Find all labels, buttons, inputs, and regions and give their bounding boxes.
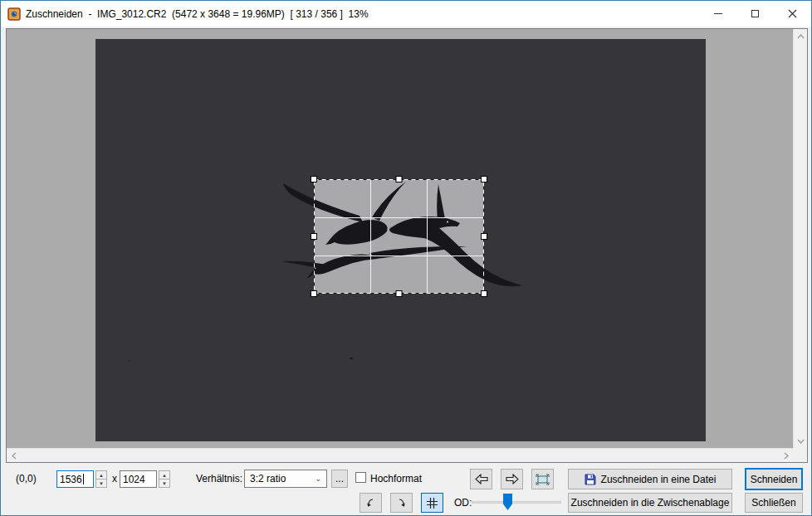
floppy-disk-icon	[585, 474, 596, 485]
ratio-label: Verhältnis:	[196, 473, 242, 484]
height-spin-up-icon[interactable]: ▲	[159, 470, 170, 479]
height-spinner[interactable]: ▲ ▼	[159, 470, 170, 488]
crop-controls-panel: (0,0) 1536 ▲ ▼ x 1024 ▲ ▼ Verhältnis: 3:…	[1, 463, 811, 515]
next-image-button[interactable]	[501, 469, 523, 489]
titlebar: Zuschneiden - IMG_3012.CR2 (5472 x 3648 …	[1, 1, 811, 27]
horizontal-scrollbar[interactable]	[7, 448, 793, 462]
crop-tool-app-icon	[7, 7, 21, 21]
photo-with-crop-selection[interactable]	[95, 39, 706, 441]
crop-width-value: 1536	[60, 474, 82, 485]
close-button[interactable]: Schließen	[745, 493, 803, 513]
crop-to-file-button[interactable]: Zuschneiden in eine Datei	[568, 469, 732, 489]
ratio-selected-value: 3:2 ratio	[250, 473, 286, 484]
crop-dialog-window: Zuschneiden - IMG_3012.CR2 (5472 x 3648 …	[0, 0, 812, 516]
image-viewport	[6, 28, 808, 463]
thirds-grid-toggle-button[interactable]	[421, 493, 443, 513]
scrollbar-corner	[793, 448, 807, 462]
rotate-left-button[interactable]	[360, 493, 382, 513]
arrow-left-icon	[475, 474, 488, 484]
photo-canvas[interactable]	[7, 29, 793, 448]
width-spinner[interactable]: ▲ ▼	[95, 470, 107, 488]
od-label: OD:	[454, 497, 472, 509]
crop-height-input[interactable]: 1024	[120, 470, 157, 488]
close-icon[interactable]	[774, 1, 811, 27]
maximize-selection-button[interactable]	[531, 469, 554, 489]
portrait-checkbox[interactable]	[355, 472, 366, 483]
minimize-icon[interactable]	[699, 1, 736, 27]
portrait-checkbox-label: Hochformat	[370, 473, 422, 484]
scroll-down-icon[interactable]	[794, 434, 808, 448]
crop-to-file-label: Zuschneiden in eine Datei	[601, 474, 717, 485]
origin-coordinates-label: (0,0)	[16, 473, 37, 484]
width-spin-up-icon[interactable]: ▲	[95, 470, 107, 479]
rotate-right-icon	[396, 498, 407, 509]
rotate-left-icon	[365, 498, 376, 509]
slider-track[interactable]	[472, 501, 561, 504]
arrow-right-icon	[506, 474, 519, 484]
crop-width-input[interactable]: 1536	[56, 470, 94, 488]
width-spin-down-icon[interactable]: ▼	[95, 479, 107, 488]
crop-height-value: 1024	[123, 474, 145, 485]
dimension-separator-label: x	[112, 473, 117, 484]
chevron-down-icon: ⌄	[315, 475, 321, 483]
height-spin-down-icon[interactable]: ▼	[159, 479, 170, 488]
vertical-scrollbar[interactable]	[793, 29, 807, 448]
more-ratios-button[interactable]: ...	[331, 470, 348, 488]
maximize-icon[interactable]	[736, 1, 774, 27]
expand-selection-icon	[536, 474, 550, 485]
crop-to-clipboard-button[interactable]: Zuschneiden in die Zwischenablage	[568, 493, 732, 513]
text-caret	[83, 474, 84, 484]
thirds-grid-icon	[427, 498, 438, 509]
rotate-right-button[interactable]	[390, 493, 413, 513]
window-controls	[699, 1, 811, 27]
darkness-slider[interactable]	[472, 493, 561, 513]
slider-thumb[interactable]	[503, 494, 512, 510]
window-title: Zuschneiden - IMG_3012.CR2 (5472 x 3648 …	[26, 8, 369, 20]
previous-image-button[interactable]	[470, 469, 492, 489]
crop-button[interactable]: Schneiden	[745, 468, 803, 490]
scroll-left-icon[interactable]	[7, 449, 21, 463]
ratio-select[interactable]: 3:2 ratio ⌄	[244, 470, 327, 488]
scroll-right-icon[interactable]	[779, 449, 793, 463]
scroll-up-icon[interactable]	[794, 29, 808, 43]
